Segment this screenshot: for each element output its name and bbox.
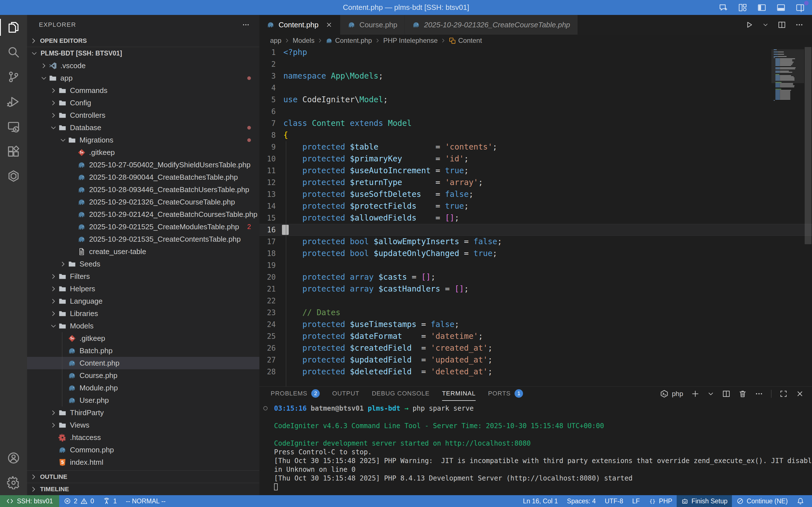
tree-item-app[interactable]: app: [27, 72, 259, 84]
status-language-mode[interactable]: {}PHP: [644, 495, 677, 507]
tree-item-2025-10-28-093446-createbatchuserstable.php[interactable]: 2025-10-28-093446_CreateBatchUsersTable.…: [27, 183, 259, 196]
line-number[interactable]: 13: [259, 188, 283, 200]
code-line-15[interactable]: 15 protected $allowedFields = [];: [259, 212, 812, 224]
activity-item-source-control[interactable]: [0, 64, 27, 89]
minimap[interactable]: [774, 49, 803, 101]
run-dropdown-chevron-icon[interactable]: [762, 22, 769, 28]
activity-item-run-debug[interactable]: [0, 89, 27, 114]
line-number[interactable]: 16: [259, 224, 283, 236]
code-line-26[interactable]: 26 protected $createdField = 'created_at…: [259, 342, 812, 354]
code-line-18[interactable]: 18 protected bool $updateOnlyChanged = t…: [259, 247, 812, 260]
breadcrumb-item[interactable]: app: [270, 37, 282, 45]
code-line-2[interactable]: 2: [259, 58, 812, 70]
tree-item-config[interactable]: Config: [27, 97, 259, 109]
code-line-21[interactable]: 21 protected array $castHandlers = [];: [259, 283, 812, 295]
timeline-section[interactable]: TIMELINE: [27, 483, 259, 495]
line-number[interactable]: 6: [259, 106, 283, 117]
line-number[interactable]: 10: [259, 153, 283, 165]
tree-item-views[interactable]: Views: [27, 419, 259, 431]
panel-more-actions-icon[interactable]: [755, 390, 763, 398]
line-number[interactable]: 19: [259, 260, 283, 271]
status-notifications[interactable]: [792, 495, 809, 507]
editor-tab-content.php[interactable]: Content.php: [259, 15, 340, 35]
status-continue-extension[interactable]: Continue (NE): [732, 495, 792, 507]
tree-item-2025-10-29-021424-createbatchcoursestable.php[interactable]: 2025-10-29-021424_CreateBatchCoursesTabl…: [27, 208, 259, 221]
activity-item-accounts[interactable]: [0, 446, 27, 470]
panel-tab-ports[interactable]: PORTS1: [488, 387, 523, 401]
line-number[interactable]: 12: [259, 177, 283, 188]
line-number[interactable]: 5: [259, 94, 283, 106]
line-number[interactable]: 18: [259, 247, 283, 260]
line-number[interactable]: 2: [259, 58, 283, 70]
status-indentation[interactable]: Spaces: 4: [562, 495, 600, 507]
tree-item-database[interactable]: Database: [27, 121, 259, 134]
kill-terminal-button[interactable]: [739, 390, 747, 398]
line-number[interactable]: 21: [259, 283, 283, 295]
open-editors-section[interactable]: OPEN EDITORS: [27, 35, 259, 47]
tree-item-2025-10-29-021326-createcoursetable.php[interactable]: 2025-10-29-021326_CreateCourseTable.php: [27, 196, 259, 208]
activity-item-settings[interactable]: [0, 470, 27, 495]
minimap-slider[interactable]: [771, 49, 804, 83]
code-line-1[interactable]: 1<?php: [259, 47, 812, 58]
code-editor[interactable]: 1<?php 2 3namespace App\Models; 4 5use C…: [259, 47, 812, 386]
line-number[interactable]: 22: [259, 295, 283, 307]
status-problems[interactable]: 20: [59, 495, 99, 507]
code-line-24[interactable]: 24 protected $useTimestamps = false;: [259, 319, 812, 330]
new-terminal-button[interactable]: [691, 390, 700, 398]
line-number[interactable]: 25: [259, 330, 283, 342]
customize-layout-button[interactable]: [738, 3, 747, 12]
outline-section[interactable]: OUTLINE: [27, 470, 259, 483]
close-tab-icon[interactable]: [325, 21, 333, 29]
tree-item-2025-10-29-021535-createcontentstable.php[interactable]: 2025-10-29-021535_CreateContentsTable.ph…: [27, 233, 259, 245]
line-number[interactable]: 3: [259, 70, 283, 82]
code-line-20[interactable]: 20 protected array $casts = [];: [259, 271, 812, 283]
editor-more-actions-icon[interactable]: [795, 20, 804, 29]
line-number[interactable]: 14: [259, 200, 283, 212]
line-number[interactable]: 4: [259, 82, 283, 94]
code-line-22[interactable]: 22: [259, 295, 812, 307]
scrollbar-thumb[interactable]: [805, 47, 811, 244]
line-number[interactable]: 27: [259, 354, 283, 366]
line-number[interactable]: 24: [259, 319, 283, 330]
maximize-panel-button[interactable]: [779, 390, 788, 398]
panel-tab-output[interactable]: OUTPUT: [332, 387, 359, 401]
status-vim-mode[interactable]: -- NORMAL --: [121, 495, 170, 507]
toggle-secondary-sidebar-button[interactable]: [796, 3, 805, 12]
status-cursor-position[interactable]: Ln 16, Col 1: [518, 495, 562, 507]
split-terminal-button[interactable]: [722, 390, 730, 398]
tree-item-thirdparty[interactable]: ThirdParty: [27, 406, 259, 419]
tree-item-controllers[interactable]: Controllers: [27, 109, 259, 121]
tree-item-plms-bdt-ssh-btsv01-[interactable]: PLMS-BDT [SSH: BTSV01]: [27, 47, 259, 59]
line-number[interactable]: 17: [259, 236, 283, 247]
tree-item-helpers[interactable]: Helpers: [27, 283, 259, 295]
status-eol[interactable]: LF: [627, 495, 644, 507]
tree-item-filters[interactable]: Filters: [27, 270, 259, 283]
code-line-12[interactable]: 12 protected $returnType = 'array';: [259, 177, 812, 188]
code-line-19[interactable]: 19: [259, 260, 812, 271]
toggle-panel-button[interactable]: [776, 3, 785, 12]
status-finish-setup[interactable]: Finish Setup: [677, 495, 732, 507]
code-line-28[interactable]: 28 protected $deletedField = 'deleted_at…: [259, 366, 812, 378]
editor-tab-2025-10-29-021326_createcoursetable.php[interactable]: 2025-10-29-021326_CreateCourseTable.php: [405, 15, 578, 35]
tree-item-commands[interactable]: Commands: [27, 84, 259, 97]
activity-item-search[interactable]: [0, 40, 27, 64]
split-editor-button[interactable]: [777, 20, 786, 29]
breadcrumb-item[interactable]: Models: [293, 37, 314, 45]
code-line-13[interactable]: 13 protected $useSoftDeletes = false;: [259, 188, 812, 200]
code-line-9[interactable]: 9 protected $table = 'contents';: [259, 141, 812, 153]
line-number[interactable]: 8: [259, 129, 283, 141]
terminal-shell-item[interactable]: php: [660, 390, 683, 398]
status-encoding[interactable]: UTF-8: [600, 495, 627, 507]
tree-item-create-user-table[interactable]: create_user-table: [27, 245, 259, 258]
breadcrumb-item[interactable]: PHP Intelephense: [383, 37, 438, 45]
tree-item-2025-10-29-021525-createmodulestable.php[interactable]: 2025-10-29-021525_CreateModulesTable.php…: [27, 221, 259, 233]
code-line-3[interactable]: 3namespace App\Models;: [259, 70, 812, 82]
panel-tab-problems[interactable]: PROBLEMS2: [271, 387, 320, 401]
breadcrumb-item[interactable]: Content: [449, 37, 482, 45]
code-line-6[interactable]: 6: [259, 106, 812, 117]
tree-item-language[interactable]: Language: [27, 295, 259, 307]
code-line-7[interactable]: 7class Content extends Model: [259, 117, 812, 129]
tree-item-index.html[interactable]: 5index.html: [27, 456, 259, 468]
line-number[interactable]: 26: [259, 342, 283, 354]
activity-item-extensions[interactable]: [0, 139, 27, 164]
